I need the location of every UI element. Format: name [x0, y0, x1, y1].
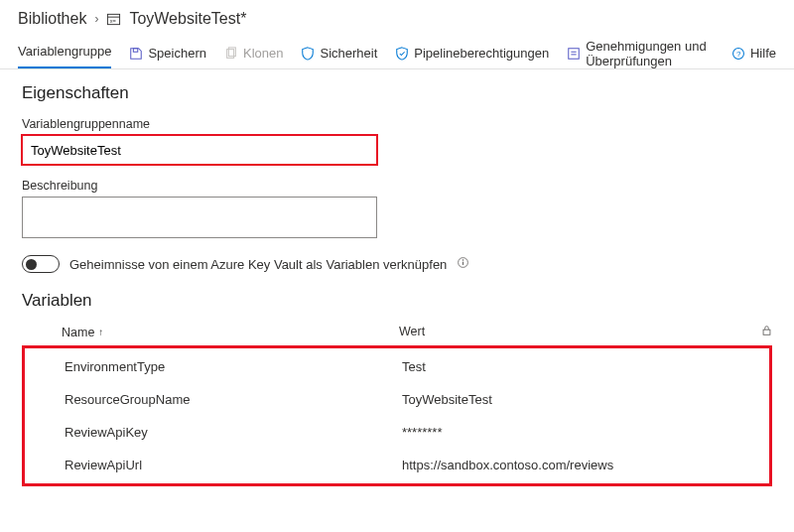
variables-header-row: Name ↑ Wert [22, 321, 772, 345]
variable-group-icon: x= [106, 10, 121, 28]
sort-ascending-icon: ↑ [98, 327, 103, 337]
svg-point-13 [463, 259, 463, 260]
security-label: Sicherheit [320, 46, 377, 61]
header-name-label: Name [62, 326, 94, 339]
description-input[interactable] [22, 197, 377, 238]
tab-variable-group[interactable]: Variablengruppe [18, 38, 111, 68]
var-name: EnvironmentType [65, 359, 402, 374]
header-value-col[interactable]: Wert [399, 325, 742, 339]
save-icon [129, 47, 143, 61]
svg-rect-6 [569, 48, 580, 59]
help-icon: ? [731, 47, 745, 61]
content-area: Eigenschaften Variablengruppenname Besch… [0, 69, 794, 500]
description-field: Beschreibung [22, 179, 772, 241]
var-value: ******** [402, 425, 769, 440]
header-value-label: Wert [399, 325, 425, 338]
breadcrumb-title: ToyWebsiteTest* [129, 10, 246, 28]
clone-icon [224, 47, 238, 61]
var-name: ReviewApiKey [65, 425, 402, 440]
shield-check-icon [395, 47, 409, 61]
table-row[interactable]: ResourceGroupName ToyWebsiteTest [25, 383, 769, 416]
variables-table: Name ↑ Wert EnvironmentType Test Resourc… [22, 321, 772, 486]
variables-body: EnvironmentType Test ResourceGroupName T… [22, 345, 772, 486]
var-value: ToyWebsiteTest [402, 392, 769, 407]
header-name-col[interactable]: Name ↑ [62, 325, 399, 339]
breadcrumb-separator: › [94, 12, 98, 26]
svg-text:x=: x= [110, 19, 116, 25]
keyvault-toggle[interactable] [22, 255, 60, 273]
approvals-checks-button[interactable]: Genehmigungen und Überprüfungen [567, 35, 714, 72]
lock-icon [761, 326, 772, 339]
security-button[interactable]: Sicherheit [301, 42, 377, 65]
clone-button: Klonen [224, 42, 283, 65]
description-label: Beschreibung [22, 179, 772, 193]
name-input[interactable] [22, 135, 377, 165]
table-row[interactable]: EnvironmentType Test [25, 350, 769, 383]
header-lock-col [742, 325, 772, 339]
save-button[interactable]: Speichern [129, 42, 206, 65]
checklist-icon [567, 47, 581, 61]
var-name: ResourceGroupName [65, 392, 402, 407]
help-label: Hilfe [750, 46, 776, 61]
approvals-checks-label: Genehmigungen und Überprüfungen [586, 39, 714, 68]
toggle-knob [26, 259, 37, 270]
name-field: Variablengruppenname [22, 117, 772, 165]
name-label: Variablengruppenname [22, 117, 772, 131]
keyvault-toggle-label: Geheimnisse von einem Azure Key Vault al… [69, 257, 447, 272]
svg-rect-14 [763, 330, 770, 334]
table-row[interactable]: ReviewApiUrl https://sandbox.contoso.com… [25, 449, 769, 481]
breadcrumb-library[interactable]: Bibliothek [18, 10, 86, 28]
table-row[interactable]: ReviewApiKey ******** [25, 416, 769, 449]
clone-label: Klonen [243, 46, 283, 61]
var-name: ReviewApiUrl [65, 458, 402, 472]
var-value: https://sandbox.contoso.com/reviews [402, 458, 769, 472]
variables-heading: Variablen [22, 291, 772, 311]
pipeline-permissions-label: Pipelineberechtigungen [414, 46, 549, 61]
info-icon[interactable] [457, 256, 469, 272]
help-button[interactable]: ? Hilfe [731, 42, 776, 65]
shield-icon [301, 47, 315, 61]
save-label: Speichern [148, 46, 206, 61]
properties-heading: Eigenschaften [22, 83, 772, 103]
svg-text:?: ? [736, 50, 741, 59]
keyvault-toggle-row: Geheimnisse von einem Azure Key Vault al… [22, 255, 772, 273]
svg-rect-3 [134, 48, 138, 52]
toolbar: Variablengruppe Speichern Klonen Sicherh… [0, 34, 794, 69]
breadcrumb: Bibliothek › x= ToyWebsiteTest* [0, 0, 794, 34]
pipeline-permissions-button[interactable]: Pipelineberechtigungen [395, 42, 549, 65]
var-value: Test [402, 359, 769, 374]
